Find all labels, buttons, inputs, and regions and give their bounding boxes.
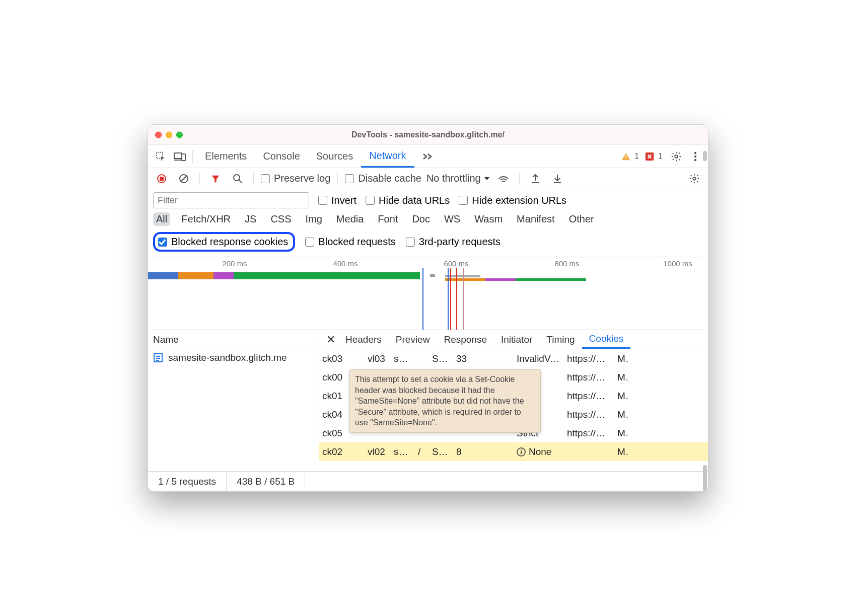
document-icon [153,353,163,363]
type-js[interactable]: JS [242,212,259,226]
window-controls [155,131,183,138]
type-doc[interactable]: Doc [409,212,433,226]
svg-point-8 [694,151,696,153]
filter-icon[interactable] [207,170,224,187]
svg-line-16 [239,180,242,183]
type-ws[interactable]: WS [441,212,463,226]
main-toolbar: Elements Console Sources Network 1 1 [148,145,708,168]
table-row[interactable]: ck03vl03s…S…33InvalidVa…https://…M. [319,349,708,368]
window-title: DevTools - samesite-sandbox.glitch.me/ [148,130,708,139]
timeline-overview[interactable]: 200 ms 400 ms 600 ms 800 ms 1000 ms [148,257,708,330]
status-requests: 1 / 5 requests [148,472,227,491]
filter-input[interactable] [153,192,309,208]
blocked-response-cookies-checkbox[interactable]: Blocked response cookies [158,236,288,248]
clear-button[interactable] [175,170,192,187]
details-tab-response[interactable]: Response [437,330,494,349]
type-fetchxhr[interactable]: Fetch/XHR [178,212,234,226]
devtools-window: DevTools - samesite-sandbox.glitch.me/ E… [148,124,708,492]
chevron-down-icon [484,177,490,181]
inspect-icon[interactable] [152,148,169,165]
status-transfer: 438 B / 651 B [227,472,305,491]
filter-bar: Invert Hide data URLs Hide extension URL… [148,189,708,211]
type-font[interactable]: Font [375,212,401,226]
import-icon[interactable] [549,170,566,187]
type-manifest[interactable]: Manifest [514,212,558,226]
name-column-header[interactable]: Name [148,330,319,349]
error-count: 1 [658,152,663,161]
device-toggle-icon[interactable] [171,148,188,165]
titlebar: DevTools - samesite-sandbox.glitch.me/ [148,125,708,145]
close-window-button[interactable] [155,131,162,138]
svg-point-7 [675,155,678,158]
search-icon[interactable] [229,170,246,187]
table-row[interactable]: ck02vl02s…/S…8iNoneM. [319,442,708,461]
panel-tabs: Elements Console Sources Network [197,145,441,168]
record-button[interactable] [153,170,170,187]
type-all[interactable]: All [153,212,170,226]
blocked-response-cookies-highlight: Blocked response cookies [153,232,295,252]
warning-count: 1 [634,152,639,161]
third-party-requests-checkbox[interactable]: 3rd-party requests [406,236,501,248]
svg-line-14 [181,176,187,182]
svg-point-10 [694,159,696,161]
preserve-log-checkbox[interactable]: Preserve log [261,173,330,184]
network-settings-icon[interactable] [686,170,703,187]
svg-rect-4 [625,155,626,158]
throttling-select[interactable]: No throttling [426,173,490,184]
hide-extension-urls-checkbox[interactable]: Hide extension URLs [459,195,566,206]
minimize-window-button[interactable] [166,131,172,138]
export-icon[interactable] [527,170,544,187]
maximize-window-button[interactable] [176,131,183,138]
details-tab-preview[interactable]: Preview [389,330,437,349]
scrollbar[interactable] [701,148,708,491]
type-media[interactable]: Media [333,212,367,226]
disable-cache-checkbox[interactable]: Disable cache [345,173,421,184]
more-tabs-button[interactable] [414,145,441,168]
svg-rect-1 [174,153,182,159]
request-split: Name samesite-sandbox.glitch.me ✕ Header… [148,330,708,471]
tab-elements[interactable]: Elements [197,145,255,168]
settings-icon[interactable] [668,148,685,165]
tab-network[interactable]: Network [361,145,414,168]
svg-rect-5 [625,158,626,159]
request-row[interactable]: samesite-sandbox.glitch.me [148,349,319,366]
info-icon: i [517,447,526,456]
svg-rect-12 [160,177,164,181]
cookies-table: ck03vl03s…S…33InvalidVa…https://…M. ck00… [319,349,708,471]
status-bar: 1 / 5 requests 438 B / 651 B [148,471,708,491]
warning-icon[interactable] [620,151,631,162]
type-other[interactable]: Other [566,212,597,226]
details-tab-initiator[interactable]: Initiator [494,330,539,349]
request-list: Name samesite-sandbox.glitch.me [148,330,319,471]
invert-checkbox[interactable]: Invert [318,195,356,206]
request-details: ✕ Headers Preview Response Initiator Tim… [319,330,708,471]
cookie-block-reason-tooltip: This attempt to set a cookie via a Set-C… [349,369,541,433]
svg-point-17 [693,177,696,180]
extra-filters: Blocked response cookies Blocked request… [148,229,708,257]
resource-type-filter: All Fetch/XHR JS CSS Img Media Font Doc … [148,211,708,229]
type-css[interactable]: CSS [267,212,294,226]
blocked-requests-checkbox[interactable]: Blocked requests [305,236,395,248]
details-tab-headers[interactable]: Headers [338,330,389,349]
details-tab-cookies[interactable]: Cookies [582,330,631,349]
tab-console[interactable]: Console [255,145,308,168]
network-toolbar: Preserve log Disable cache No throttling [148,168,708,189]
tab-sources[interactable]: Sources [308,145,361,168]
type-img[interactable]: Img [303,212,325,226]
details-tab-timing[interactable]: Timing [539,330,582,349]
network-conditions-icon[interactable] [495,170,512,187]
error-icon[interactable] [644,151,655,162]
close-details-button[interactable]: ✕ [319,330,338,349]
svg-rect-3 [182,154,185,161]
svg-point-9 [694,155,696,157]
svg-point-15 [234,175,240,181]
hide-data-urls-checkbox[interactable]: Hide data URLs [366,195,450,206]
type-wasm[interactable]: Wasm [471,212,506,226]
